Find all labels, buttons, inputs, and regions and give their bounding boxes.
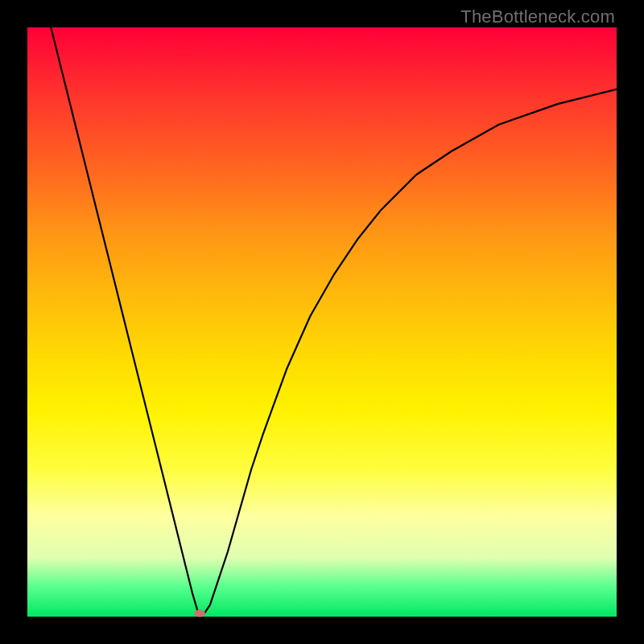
minimum-marker (194, 610, 205, 617)
bottleneck-curve (27, 27, 617, 617)
curve-path (51, 27, 617, 613)
chart-frame: TheBottleneck.com (0, 0, 644, 644)
plot-area (27, 27, 617, 617)
watermark-text: TheBottleneck.com (460, 6, 615, 27)
